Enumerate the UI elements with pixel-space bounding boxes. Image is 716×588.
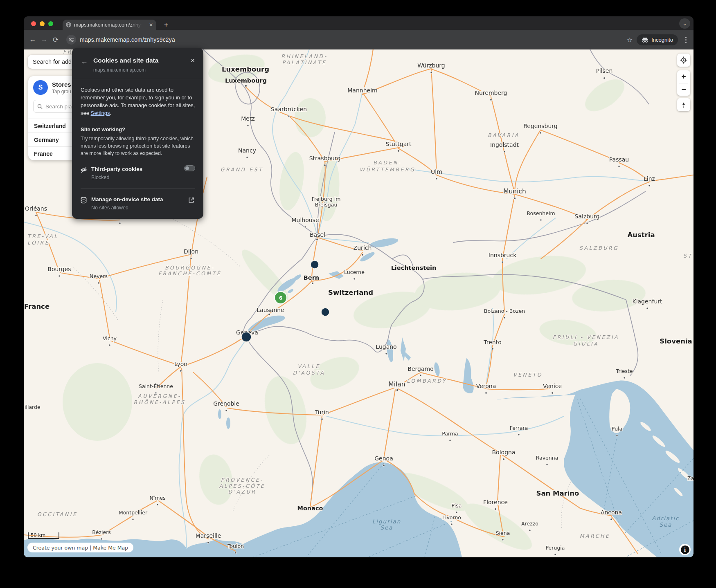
cookies-dialog: ← Cookies and site data maps.makememap.c…	[72, 48, 203, 219]
stores-avatar: S	[33, 80, 48, 95]
map-label: Nevers	[90, 273, 108, 279]
info-icon: i	[681, 545, 689, 554]
map-label: Ravenna	[536, 455, 558, 461]
map-label: Stuttgart	[386, 141, 412, 147]
cluster-marker[interactable]: 6	[275, 292, 287, 304]
map-label: SALZBURG	[579, 245, 619, 251]
address-bar-url[interactable]: maps.makememap.com/znhys9c2ya	[80, 36, 175, 43]
dialog-close-icon[interactable]: ✕	[190, 57, 195, 64]
map-label: ALPES-CÔTE	[219, 483, 266, 489]
dialog-title: Cookies and site data	[93, 57, 158, 64]
map-label: Nancy	[238, 147, 256, 154]
site-not-working-body: Try temporarily allowing third-party coo…	[81, 135, 197, 157]
dialog-divider-2	[81, 188, 195, 189]
map-label: Bern	[304, 274, 319, 281]
map-label: Trieste	[615, 368, 633, 374]
map-label: VENETO	[513, 372, 543, 378]
map-label: Pula	[612, 426, 622, 432]
map-label: GIULIA	[573, 341, 599, 347]
store-marker[interactable]	[241, 332, 251, 342]
map-label: Switzerland	[328, 289, 373, 296]
third-party-cookies-toggle[interactable]	[184, 165, 195, 171]
third-party-cookies-status: Blocked	[91, 175, 109, 180]
browser-tab[interactable]: maps.makememap.com/znhys ✕	[63, 20, 156, 30]
map-label: RHINELAND-	[281, 53, 327, 59]
dialog-back-button[interactable]: ←	[81, 58, 88, 66]
map-label: Arezzo	[521, 521, 538, 527]
map-label: Livorno	[442, 514, 461, 521]
map-label: GRAND EST	[221, 166, 263, 173]
manage-site-data-label[interactable]: Manage on-device site data	[91, 196, 163, 202]
map-label: Klagenfurt	[632, 298, 662, 305]
map-label: Metz	[241, 115, 255, 122]
external-link-icon[interactable]	[188, 197, 195, 204]
map-label: Vichy	[103, 335, 117, 341]
browser-menu-button[interactable]	[682, 37, 689, 43]
map-label: BADEN-	[373, 159, 402, 166]
zoom-controls: + −	[677, 70, 690, 96]
bookmark-star-icon[interactable]: ☆	[627, 36, 633, 44]
map-label: Ligurian	[372, 518, 401, 525]
site-settings-chip[interactable]	[66, 35, 76, 45]
locate-button[interactable]	[677, 54, 690, 67]
map-label: PALATINATE	[282, 59, 327, 65]
map-label: Saint-Étienne	[139, 383, 173, 389]
map-label: STY	[683, 253, 693, 259]
settings-link[interactable]: Settings	[91, 110, 110, 116]
forward-button[interactable]: →	[38, 34, 50, 45]
reload-button[interactable]: ⟳	[50, 34, 61, 45]
database-icon	[80, 197, 87, 204]
map-label: Dijon	[184, 248, 198, 255]
map-label: Luxembourg	[225, 77, 267, 84]
map-label: Marseille	[196, 532, 221, 539]
map-label: Ancona	[601, 509, 622, 516]
map-label: Zurich	[353, 245, 372, 251]
map-label: Genoa	[374, 455, 393, 462]
map-label: Bergamo	[408, 366, 433, 372]
map-label: Saarbrücken	[271, 106, 307, 112]
minimize-window-button[interactable]	[40, 21, 45, 26]
tab-strip: maps.makememap.com/znhys ✕ + ⌄	[24, 16, 693, 30]
maximize-window-button[interactable]	[48, 21, 53, 26]
map-label: Perugia	[546, 545, 565, 551]
map-label: Würzburg	[417, 62, 445, 69]
map-scale-bar: 50 km	[28, 532, 59, 539]
store-marker[interactable]	[321, 308, 329, 316]
new-tab-button[interactable]: +	[161, 20, 171, 30]
map-label: D'AOSTA	[293, 370, 325, 376]
incognito-badge: Incognito	[637, 34, 678, 45]
close-window-button[interactable]	[31, 21, 36, 26]
map-label: Siena	[496, 530, 510, 536]
map-label: Nuremberg	[475, 90, 507, 96]
map-label: Sea	[380, 524, 393, 531]
map-label: Rosenheim	[527, 210, 555, 216]
tab-close-icon[interactable]: ✕	[149, 22, 153, 28]
dialog-domain: maps.makememap.com	[93, 67, 146, 73]
stores-subtitle: Tap grou	[52, 89, 71, 94]
map-label: BAVARIA	[488, 132, 520, 138]
traffic-lights[interactable]	[31, 21, 53, 26]
map-label: RHÔNE-ALPES	[134, 399, 186, 405]
map-label: Milan	[388, 381, 405, 388]
map-label: TRE-VAL	[27, 233, 59, 239]
map-label: OCCITANIE	[37, 511, 78, 517]
map-label: Innsbruck	[489, 252, 517, 258]
map-label: Lausanne	[257, 307, 284, 313]
map-label: Adriatic	[652, 515, 680, 521]
map-label: D'AZUR	[228, 489, 256, 495]
store-marker[interactable]	[311, 260, 319, 269]
back-button[interactable]: ←	[27, 34, 38, 45]
locate-icon	[680, 56, 687, 64]
map-label: Grenoble	[213, 400, 239, 407]
manage-site-data-status: No sites allowed	[91, 205, 128, 211]
zoom-out-button[interactable]: −	[677, 83, 690, 96]
map-label: Turin	[315, 409, 329, 415]
map-label: Austria	[627, 231, 655, 239]
compass-button[interactable]: ▲	[677, 98, 690, 111]
tab-search-chevron-icon[interactable]: ⌄	[679, 18, 690, 29]
zoom-in-button[interactable]: +	[677, 70, 690, 83]
map-label: illarde	[25, 404, 41, 410]
map-attribution[interactable]: Create your own map | Make Me Map	[27, 543, 133, 552]
info-button[interactable]: i	[679, 544, 691, 555]
compass-needle-icon: ▲	[682, 102, 686, 105]
